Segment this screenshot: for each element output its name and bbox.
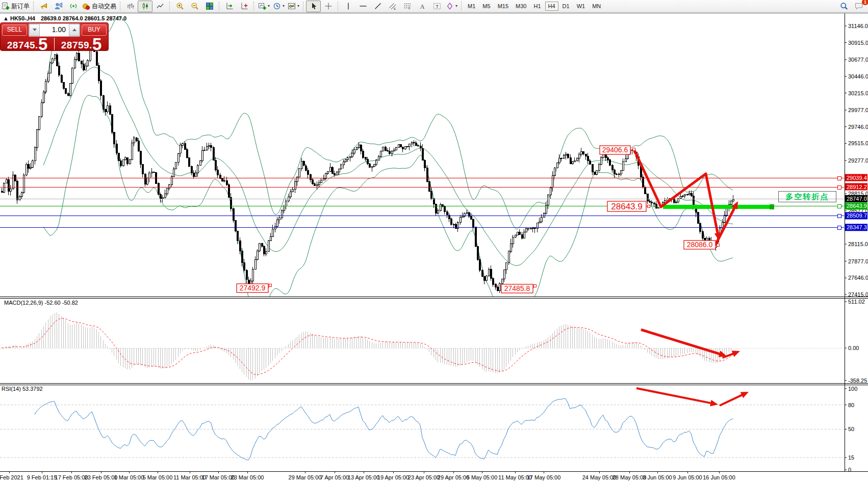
tile-windows-button[interactable] xyxy=(202,1,217,12)
chart-area[interactable]: 31146.030915.030677.030446.030215.029977… xyxy=(0,13,868,482)
market-watch-button[interactable] xyxy=(51,1,66,12)
autotrade-button[interactable]: 自动交易 xyxy=(81,1,118,12)
news-icon xyxy=(40,2,48,10)
chart-symbol-period: HK50-,H4 xyxy=(10,15,35,21)
svg-text:28912.2: 28912.2 xyxy=(847,184,867,190)
zoom-in-button[interactable] xyxy=(172,1,187,12)
svg-text:17 May 05:00: 17 May 05:00 xyxy=(527,474,561,480)
volume-increase-button[interactable] xyxy=(69,24,80,36)
timeframe-M30-button[interactable]: M30 xyxy=(513,2,529,11)
toolbar-separator xyxy=(33,2,34,11)
timeframe-H1-button[interactable]: H1 xyxy=(530,2,544,11)
text-icon: A xyxy=(418,2,426,10)
bollinger-middle[interactable] xyxy=(43,67,733,266)
timeframe-D1-button[interactable]: D1 xyxy=(559,2,573,11)
dropdown-caret-icon[interactable]: ▾ xyxy=(455,4,457,8)
timeframe-W1-button[interactable]: W1 xyxy=(574,2,589,11)
new-order-button[interactable]: 新订单 xyxy=(0,1,31,12)
svg-text:29977.0: 29977.0 xyxy=(848,107,868,113)
trendline-icon xyxy=(374,2,382,10)
volume-decrease-button[interactable] xyxy=(29,24,40,36)
annotation-arrow[interactable] xyxy=(636,388,712,404)
support-band[interactable] xyxy=(663,205,774,209)
buy-price[interactable]: 28759.5 xyxy=(55,37,108,51)
svg-text:11 Mar 05:00: 11 Mar 05:00 xyxy=(173,474,206,480)
candlestick-chart-button[interactable] xyxy=(138,1,152,12)
annotation-arrow[interactable] xyxy=(720,394,743,406)
svg-text:13 Apr 05:00: 13 Apr 05:00 xyxy=(348,474,379,480)
arrange-right-button[interactable] xyxy=(237,1,251,12)
toolbar-separator xyxy=(461,2,462,11)
zoom-out-button[interactable] xyxy=(187,1,202,12)
turning-point-annotation[interactable]: 多空转折点 xyxy=(778,191,836,202)
crosshair-button[interactable] xyxy=(321,1,336,12)
clock-icon xyxy=(273,2,281,10)
chat-icon xyxy=(855,2,863,10)
bar-chart-button[interactable] xyxy=(123,1,138,12)
horizontal-line-button[interactable] xyxy=(355,1,370,12)
text-label-button[interactable]: T xyxy=(429,1,444,12)
bollinger-upper[interactable] xyxy=(43,17,733,229)
cursor-button[interactable] xyxy=(306,1,321,12)
trend-arrows[interactable] xyxy=(634,149,749,406)
line-handle[interactable] xyxy=(837,185,841,189)
new-chart-icon xyxy=(258,2,266,10)
new-chart-button[interactable]: ▾ xyxy=(257,1,271,12)
volume-input[interactable]: 1.00 xyxy=(40,24,69,36)
line-handle[interactable] xyxy=(837,176,841,180)
svg-text:29277.0: 29277.0 xyxy=(848,157,868,164)
search-button[interactable] xyxy=(836,1,851,12)
fibonacci-icon: F xyxy=(403,2,412,10)
timeframe-M15-button[interactable]: M15 xyxy=(495,2,512,11)
support-band-handle[interactable] xyxy=(770,204,774,209)
svg-text:4 Feb 2021: 4 Feb 2021 xyxy=(0,474,23,480)
vertical-line-button[interactable] xyxy=(341,1,355,12)
svg-text:28115.0: 28115.0 xyxy=(848,241,868,247)
svg-text:T: T xyxy=(436,4,439,9)
sell-button[interactable]: SELL xyxy=(2,24,27,36)
line-handle[interactable] xyxy=(837,226,841,229)
svg-text:27415.0: 27415.0 xyxy=(848,291,868,298)
svg-text:28509.7: 28509.7 xyxy=(847,212,867,219)
line-chart-button[interactable] xyxy=(152,1,167,12)
triangle-down-icon xyxy=(33,29,37,31)
chart-title: ▲ HK50-,H4 28639.0 28764.0 28601.5 28747… xyxy=(3,15,126,21)
signals-button[interactable] xyxy=(66,1,81,12)
dropdown-caret-icon[interactable]: ▾ xyxy=(297,4,299,8)
svg-text:28643.9: 28643.9 xyxy=(847,203,867,209)
timeframe-MN-button[interactable]: MN xyxy=(589,2,604,11)
dropdown-caret-icon[interactable]: ▾ xyxy=(283,4,285,8)
shapes-button[interactable]: ▾ xyxy=(444,1,459,12)
svg-text:27485.8: 27485.8 xyxy=(504,284,530,292)
timeframe-M1-button[interactable]: M1 xyxy=(465,2,478,11)
dropdown-caret-icon[interactable]: ▾ xyxy=(268,4,270,8)
chart-collapse-icon[interactable]: ▲ xyxy=(3,15,9,21)
equidistant-channel-button[interactable]: E xyxy=(385,1,400,12)
autotrade-label: 自动交易 xyxy=(92,2,116,11)
line-handle[interactable] xyxy=(837,214,841,218)
news-button[interactable] xyxy=(36,1,51,12)
line-handle[interactable] xyxy=(837,204,841,208)
toolbar-separator xyxy=(169,2,170,11)
indicators-button[interactable]: ▾ xyxy=(286,1,301,12)
volume-stepper: 1.00 xyxy=(29,23,80,37)
timeframe-H4-button[interactable]: H4 xyxy=(545,2,558,11)
sell-price[interactable]: 28745.5 xyxy=(1,37,54,51)
text-button[interactable]: A xyxy=(415,1,429,12)
svg-text:28643.9: 28643.9 xyxy=(611,202,642,211)
svg-text:9 Feb 01:15: 9 Feb 01:15 xyxy=(27,474,57,480)
trendline-button[interactable] xyxy=(370,1,385,12)
svg-text:29406.6: 29406.6 xyxy=(602,146,628,154)
fibonacci-button[interactable]: F xyxy=(400,1,415,12)
svg-text:0: 0 xyxy=(848,467,851,473)
clock-button[interactable]: ▾ xyxy=(271,1,286,12)
annotation-arrow[interactable] xyxy=(715,207,735,246)
svg-text:29746.0: 29746.0 xyxy=(848,124,868,130)
buy-button[interactable]: BUY xyxy=(82,24,107,36)
toolbar-separator xyxy=(303,2,304,11)
arrange-left-button[interactable] xyxy=(222,1,237,12)
timeframe-M5-button[interactable]: M5 xyxy=(479,2,493,11)
svg-text:16 Jun 05:00: 16 Jun 05:00 xyxy=(703,474,735,480)
svg-text:28 May 05:00: 28 May 05:00 xyxy=(612,474,647,480)
chat-button[interactable]: 1 xyxy=(851,1,866,12)
